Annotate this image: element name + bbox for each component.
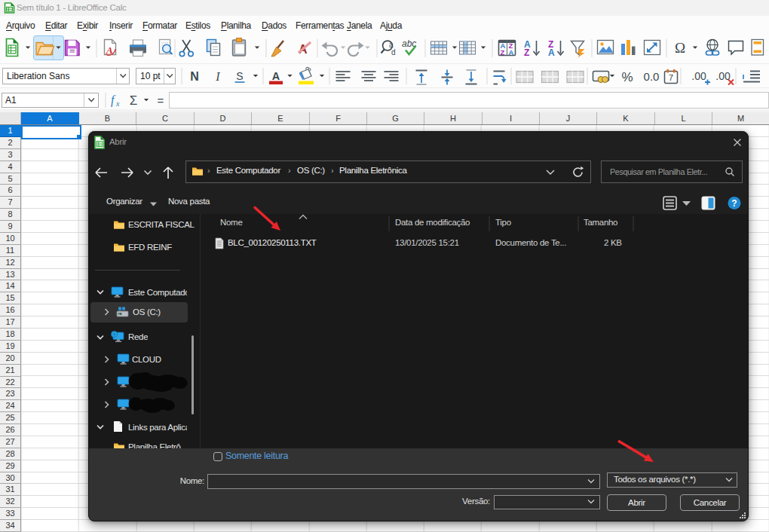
svg-text:Z: Z — [524, 47, 529, 58]
svg-text:A: A — [548, 47, 555, 58]
svg-text:S: S — [236, 70, 243, 82]
svg-text:A1: A1 — [5, 95, 17, 105]
svg-text:Σ: Σ — [130, 93, 138, 108]
svg-text:=: = — [158, 94, 164, 107]
svg-text:Z: Z — [501, 48, 505, 57]
svg-text:0.0: 0.0 — [644, 70, 660, 83]
svg-text:f: f — [111, 93, 116, 107]
svg-text:d: d — [391, 48, 396, 57]
svg-text:Liberation Sans: Liberation Sans — [7, 71, 69, 81]
svg-text:x: x — [115, 99, 120, 108]
svg-text:%: % — [621, 70, 633, 84]
svg-text:I: I — [215, 70, 220, 83]
svg-text:.00: .00 — [691, 70, 706, 82]
svg-text:N: N — [190, 70, 199, 83]
svg-text:Ω: Ω — [675, 40, 685, 56]
svg-text:?: ? — [731, 198, 737, 209]
svg-text:A: A — [509, 48, 514, 57]
svg-text:7: 7 — [669, 73, 673, 82]
svg-text:10 pt: 10 pt — [140, 71, 161, 81]
svg-text:A: A — [272, 70, 280, 82]
